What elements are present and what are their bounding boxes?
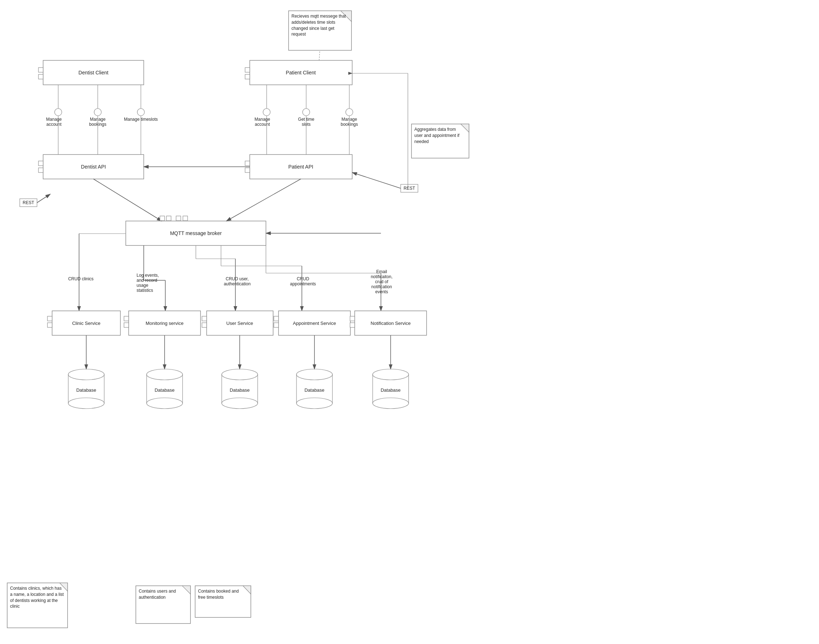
mqtt-iface-left-2 — [166, 216, 171, 221]
clinic-service-label: Clinic Service — [72, 320, 101, 326]
conn-patient-api-to-mqtt — [226, 179, 301, 221]
rest-left-arrow — [37, 194, 50, 203]
user-service-label: User Service — [226, 320, 253, 326]
dentist-api-iface-1 — [38, 161, 43, 166]
notif-db-bottom — [373, 398, 409, 409]
op-crud-user-label: CRUD user, — [226, 276, 249, 281]
op-manage-ts-d-circle — [137, 109, 144, 116]
op-crud-user-label2: authentication — [224, 281, 251, 287]
notification-service-label: Notification Service — [371, 320, 410, 326]
note-mqtt-text: Recieves mqtt messege that adds/deletes … — [290, 12, 349, 38]
op-manage-book-d-circle — [94, 109, 101, 116]
op-manage-acct-d-label: Manage — [46, 117, 62, 122]
rest-right-arrow — [352, 173, 401, 188]
mqtt-iface-left-1 — [160, 216, 164, 221]
monitoring-db-top — [147, 369, 183, 380]
note-user-db-text: Contains users and authentication — [137, 587, 188, 601]
op-manage-acct-d-label2: account — [46, 122, 62, 127]
note-clinic-db-text: Contains clinics, which has a name, a lo… — [9, 585, 65, 610]
op-manage-acct-p-circle — [263, 109, 270, 116]
op-crud-appt-label: CRUD — [297, 276, 310, 281]
dentist-client-label: Dentist Client — [78, 70, 108, 75]
diagram-container: Recieves mqtt messege that adds/deletes … — [0, 0, 819, 644]
op-crud-appt-label2: appointments — [290, 281, 316, 287]
conn-dentist-api-to-mqtt — [94, 179, 162, 221]
notification-service-iface-2 — [350, 323, 355, 327]
appt-db-top — [296, 369, 333, 380]
op-manage-acct-d-circle — [55, 109, 62, 116]
op-email-notif-label: Email — [376, 269, 387, 274]
monitoring-db-bottom — [147, 398, 183, 409]
op-email-notif-label2: notificaiton, — [371, 274, 393, 279]
clinic-db-bottom — [68, 398, 104, 409]
dentist-client-iface-2 — [38, 74, 43, 79]
user-service-iface-1 — [202, 316, 207, 321]
patient-client-iface-2 — [245, 74, 250, 79]
rest-left-label: REST — [23, 200, 34, 205]
op-manage-acct-p-label: Manage — [255, 117, 270, 122]
notification-service-iface-1 — [350, 316, 355, 321]
patient-client-label: Patient Client — [286, 70, 316, 75]
dentist-api-label: Dentist API — [81, 164, 106, 170]
op-email-notif-label4: notification — [371, 284, 392, 289]
appointment-service-label: Appointment Service — [293, 320, 336, 326]
monitoring-service-label: Monitoring service — [146, 320, 184, 326]
patient-api-iface-2 — [245, 168, 250, 173]
op-crud-clinics-label: CRUD clinics — [68, 276, 94, 281]
monitoring-db-label: Database — [155, 387, 175, 393]
op-log-events-label4: statistics — [136, 288, 153, 293]
conn-patient-client-to-note-mqtt — [319, 50, 320, 60]
note-agg-text: Aggregates data from user and appointmen… — [413, 126, 467, 145]
user-db-label: Database — [230, 387, 250, 393]
clinic-service-iface-2 — [48, 323, 52, 327]
user-db-bottom — [222, 398, 258, 409]
appointment-service-iface-1 — [274, 316, 279, 321]
appt-db-bottom — [296, 398, 333, 409]
clinic-db-top — [68, 369, 104, 380]
patient-api-iface-1 — [245, 161, 250, 166]
rest-right-label: REST — [403, 186, 416, 191]
op-manage-acct-p-label2: account — [255, 122, 270, 127]
appointment-service-iface-2 — [274, 323, 279, 327]
op-log-events-label2: and record — [136, 278, 157, 283]
architecture-diagram: Recieves mqtt messege that adds/deletes … — [0, 0, 819, 644]
op-get-ts-p-circle — [302, 109, 310, 116]
op-manage-book-p-circle — [346, 109, 353, 116]
mqtt-iface-2 — [183, 216, 187, 221]
clinic-db-label: Database — [76, 387, 96, 393]
notif-db-top — [373, 369, 409, 380]
clinic-service-iface-1 — [48, 316, 52, 321]
monitoring-service-iface-1 — [124, 316, 129, 321]
dentist-api-iface-2 — [38, 168, 43, 173]
op-log-events-label3: usage — [136, 283, 149, 288]
mqtt-broker-label: MQTT message broker — [170, 230, 222, 236]
op-email-notif-label5: events — [375, 289, 388, 294]
op-log-events-label: Log events, — [136, 273, 159, 278]
note-appt-db-text: Contains booked and free timeslots — [196, 587, 249, 601]
mqtt-iface-1 — [176, 216, 181, 221]
user-service-iface-2 — [202, 323, 207, 327]
appt-db-label: Database — [304, 387, 325, 393]
patient-client-iface-1 — [245, 67, 250, 72]
op-email-notif-label3: crud of — [375, 279, 388, 284]
notif-db-label: Database — [380, 387, 401, 393]
user-db-top — [222, 369, 258, 380]
monitoring-service-iface-2 — [124, 323, 129, 327]
dentist-client-iface-1 — [38, 67, 43, 72]
patient-api-label: Patient API — [288, 164, 313, 170]
